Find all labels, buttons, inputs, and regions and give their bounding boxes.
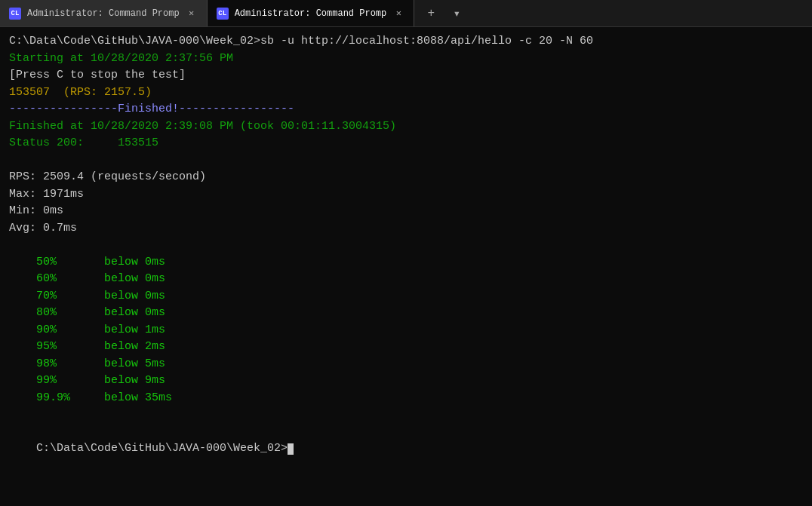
titlebar: CL Administrator: Command Promp ✕ CL Adm…	[0, 0, 812, 27]
starting-line: Starting at 10/28/2020 2:37:56 PM	[9, 51, 803, 68]
max-line: Max: 1971ms	[9, 186, 803, 204]
tab-2-label: Administrator: Command Promp	[235, 8, 387, 19]
prompt-line: C:\Data\Code\GitHub\JAVA-000\Week_02>	[9, 424, 803, 475]
percentile-row: 70% below 0ms	[9, 288, 803, 305]
blank1	[9, 152, 803, 170]
min-line: Min: 0ms	[9, 203, 803, 220]
press-c-line: [Press C to stop the test]	[9, 67, 803, 84]
percentile-row: 60% below 0ms	[9, 271, 803, 288]
percentile-row: 50% below 0ms	[9, 254, 803, 271]
percentile-row: 80% below 0ms	[9, 305, 803, 322]
tab-2-close[interactable]: ✕	[392, 8, 404, 20]
tab-1-label: Administrator: Command Promp	[27, 8, 180, 19]
blank2	[9, 237, 803, 254]
command-line: C:\Data\Code\GitHub\JAVA-000\Week_02>sb …	[9, 33, 803, 51]
terminal: C:\Data\Code\GitHub\JAVA-000\Week_02>sb …	[0, 27, 812, 506]
blank3	[9, 406, 803, 424]
status-line: Status 200: 153515	[9, 135, 803, 152]
tab-2-icon: CL	[217, 8, 229, 20]
tab-1-close[interactable]: ✕	[186, 8, 198, 20]
cursor	[288, 443, 294, 455]
finished-line: Finished at 10/28/2020 2:39:08 PM (took …	[9, 118, 803, 136]
percentile-row: 99% below 9ms	[9, 373, 803, 390]
rps-live-line: 153507 (RPS: 2157.5)	[9, 84, 803, 102]
percentile-table: 50% below 0ms 60% below 0ms 70% below 0m…	[9, 254, 803, 407]
rps-line: RPS: 2509.4 (requests/second)	[9, 169, 803, 186]
dropdown-button[interactable]: ▾	[446, 3, 467, 24]
separator-line: ----------------Finished!---------------…	[9, 101, 803, 118]
tab-1[interactable]: CL Administrator: Command Promp ✕	[0, 0, 208, 26]
percentile-row: 98% below 5ms	[9, 356, 803, 373]
titlebar-actions: + ▾	[414, 3, 473, 24]
avg-line: Avg: 0.7ms	[9, 220, 803, 238]
percentile-row: 90% below 1ms	[9, 322, 803, 339]
percentile-row: 95% below 2ms	[9, 339, 803, 356]
percentile-row: 99.9% below 35ms	[9, 390, 803, 407]
tab-2[interactable]: CL Administrator: Command Promp ✕	[208, 0, 415, 26]
tab-1-icon: CL	[9, 8, 21, 20]
new-tab-button[interactable]: +	[420, 3, 441, 24]
